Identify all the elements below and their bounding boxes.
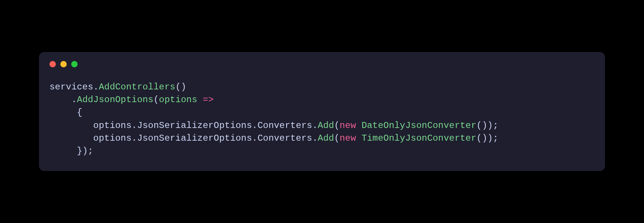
code-token: . (132, 120, 137, 131)
code-indent (49, 146, 77, 156)
close-icon[interactable] (49, 61, 56, 67)
code-token: ( (153, 95, 159, 105)
code-token: ) (487, 120, 493, 131)
code-token: . (312, 120, 318, 131)
code-token: JsonSerializerOptions (137, 133, 252, 143)
code-token: ) (181, 82, 186, 92)
code-token: . (132, 133, 137, 143)
code-token: . (93, 82, 99, 92)
code-indent (49, 107, 77, 117)
code-token: options (159, 95, 197, 105)
code-token: AddControllers (99, 82, 175, 92)
code-block: services.AddControllers() .AddJsonOption… (49, 81, 595, 157)
code-token: options (93, 120, 132, 131)
code-token: ; (88, 146, 93, 156)
code-token: AddJsonOptions (77, 95, 153, 105)
code-token: DateOnlyJsonConverter (361, 120, 476, 131)
code-token: ) (482, 120, 488, 131)
code-token: ( (334, 120, 340, 131)
code-token: ( (476, 120, 482, 131)
code-token: } (77, 146, 82, 156)
code-token: ) (82, 146, 88, 156)
code-token: Converters (258, 120, 312, 131)
code-token: ( (476, 133, 482, 143)
code-token: . (71, 95, 77, 105)
code-token: TimeOnlyJsonConverter (361, 133, 476, 143)
code-token: Converters (258, 133, 312, 143)
code-token: ) (482, 133, 488, 143)
code-token: services (49, 82, 93, 92)
code-token: JsonSerializerOptions (137, 120, 252, 131)
code-token: ; (493, 133, 499, 143)
code-token: new (340, 133, 356, 143)
code-token: options (93, 133, 132, 143)
minimize-icon[interactable] (60, 61, 67, 67)
code-token: ( (334, 133, 340, 143)
code-token: . (312, 133, 318, 143)
code-token: Add (318, 133, 334, 143)
code-token: . (252, 120, 258, 131)
code-token: . (252, 133, 258, 143)
code-indent (49, 120, 93, 131)
code-token: new (340, 120, 356, 131)
maximize-icon[interactable] (71, 61, 78, 67)
code-indent (49, 133, 93, 143)
code-window: services.AddControllers() .AddJsonOption… (39, 52, 605, 171)
code-token: ) (487, 133, 493, 143)
code-token: ; (493, 120, 499, 131)
code-token: { (77, 107, 82, 117)
code-indent (49, 95, 71, 105)
window-titlebar (49, 61, 595, 67)
code-token: => (203, 95, 214, 105)
code-token: ( (175, 82, 181, 92)
code-token: Add (318, 120, 334, 131)
